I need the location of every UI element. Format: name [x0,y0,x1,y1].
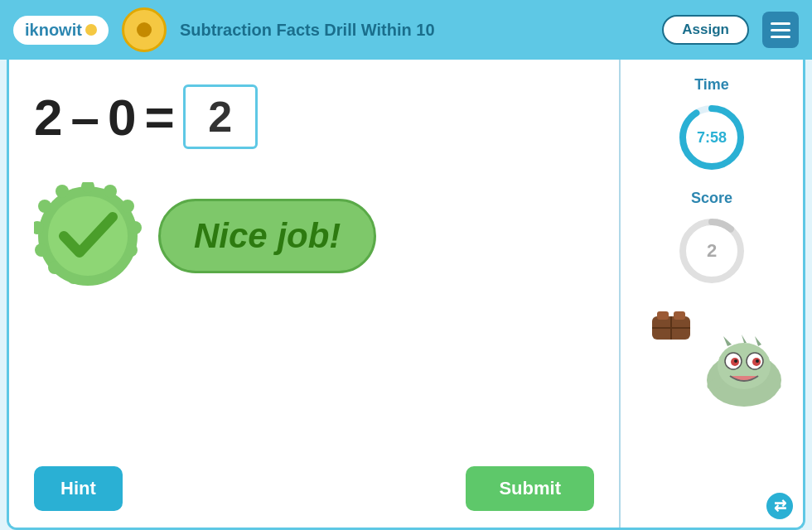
score-ring: 2 [674,214,749,288]
logo: iknowit [13,16,109,45]
svg-point-10 [35,243,48,257]
time-label: Time [694,76,729,94]
correct-badge [34,182,142,290]
svg-point-31 [756,359,759,363]
answer-input-display[interactable]: 2 [183,84,258,149]
answer-value: 2 [208,92,232,142]
svg-point-13 [56,185,69,198]
hamburger-line [771,29,790,31]
hamburger-line [771,22,790,25]
bottom-buttons: Hint Submit [34,466,594,511]
equation: 2 – 0 = 2 [34,84,594,149]
svg-rect-21 [674,311,685,320]
header: iknowit Subtraction Facts Drill Within 1… [0,0,812,60]
logo-text: iknowit [25,21,82,40]
svg-marker-33 [742,335,747,343]
chocolate-sticker [650,310,692,341]
svg-point-4 [128,221,142,234]
svg-point-2 [104,185,117,198]
bulb-icon [85,24,97,36]
equals-sign: = [144,88,174,147]
hint-button[interactable]: Hint [34,466,123,511]
svg-point-12 [38,200,51,213]
svg-point-25 [718,343,771,389]
main-content: 2 – 0 = 2 [7,60,805,530]
score-value: 2 [707,240,717,262]
menu-button[interactable] [762,12,799,48]
left-panel: 2 – 0 = 2 [9,60,621,528]
right-panel: Time 7:58 Score 2 [621,60,803,528]
time-value: 7:58 [697,129,727,147]
feedback-text: Nice job! [194,216,341,256]
assign-button[interactable]: Assign [662,15,749,45]
feedback-area: Nice job! [34,182,594,290]
submit-button[interactable]: Submit [466,466,594,511]
svg-rect-20 [657,311,669,320]
svg-point-30 [734,359,737,363]
time-ring: 7:58 [674,100,749,175]
page-title: Subtraction Facts Drill Within 10 [180,21,649,40]
operand1: 2 [34,88,62,147]
operator: – [70,88,99,147]
badge-scallop-svg [34,182,142,290]
nav-arrow-button[interactable]: ⇄ [766,493,793,519]
svg-marker-34 [755,336,761,346]
svg-marker-32 [723,336,732,346]
gold-circle-icon [122,7,167,52]
feedback-banner: Nice job! [158,199,376,273]
operand2: 0 [108,88,136,147]
monster-sticker [698,335,790,409]
score-label: Score [691,190,732,207]
arrow-icon: ⇄ [774,497,786,515]
sticker-area [634,310,790,409]
svg-point-3 [121,200,134,213]
hamburger-line [771,36,790,38]
gold-circle-inner [137,22,152,37]
